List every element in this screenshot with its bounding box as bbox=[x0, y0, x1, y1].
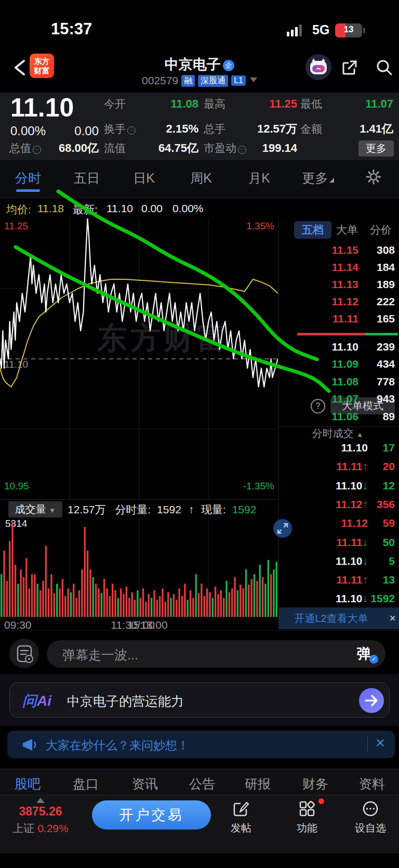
minute-volume: 1592 bbox=[157, 503, 181, 515]
current-volume: 1592 bbox=[232, 503, 257, 515]
info-icon[interactable]: ⋯ bbox=[33, 146, 41, 154]
section-tab-财务[interactable]: 财务 bbox=[289, 775, 341, 793]
arrow-right-icon bbox=[359, 688, 384, 713]
assistant-avatar[interactable] bbox=[305, 54, 331, 80]
sell-level-row: 卖311.13189 bbox=[279, 276, 399, 293]
trade-volume: 356 bbox=[377, 496, 395, 513]
ask-ai-submit-button[interactable] bbox=[359, 688, 384, 713]
current-volume-label: 现量: bbox=[201, 503, 226, 515]
tab-月K[interactable]: 月K bbox=[231, 170, 288, 187]
ask-ai-search-box[interactable]: 问Ai 中京电子的营运能力 bbox=[9, 682, 390, 718]
tab-日K[interactable]: 日K bbox=[115, 170, 172, 187]
more-stats-button[interactable]: 更多 bbox=[358, 140, 394, 157]
promo-text: 大家在炒什么？来问妙想！ bbox=[46, 737, 189, 754]
danmu-toggle-button[interactable]: 弹 bbox=[357, 644, 371, 663]
level-volume: 184 bbox=[377, 259, 395, 276]
features-button[interactable]: 功能 bbox=[286, 798, 328, 835]
stat-label: 最高 bbox=[204, 97, 225, 111]
danmu-input[interactable]: 弹幕走一波... 弹 ✓ bbox=[47, 640, 385, 668]
section-tab-股吧[interactable]: 股吧 bbox=[2, 775, 54, 793]
divider bbox=[367, 736, 368, 752]
trade-price: 11.11↓ bbox=[336, 534, 368, 551]
sell-level-row: 卖111.11165 bbox=[279, 310, 399, 327]
quote-stat: 总值⋯68.00亿 bbox=[9, 141, 99, 156]
back-icon[interactable] bbox=[8, 55, 31, 81]
section-tab-盘口[interactable]: 盘口 bbox=[60, 775, 112, 793]
stock-tag: 深股通 bbox=[198, 75, 228, 87]
section-tab-公告[interactable]: 公告 bbox=[176, 775, 228, 793]
trade-row: 14:5711.11↑13 bbox=[279, 571, 399, 589]
trades-panel-title[interactable]: 分时成交 ▲ bbox=[291, 426, 384, 441]
trade-direction-icon: ↓ bbox=[363, 592, 368, 604]
quote-stat: 金额1.41亿 bbox=[300, 122, 393, 136]
post-button[interactable]: 发帖 bbox=[220, 798, 262, 835]
stock-detail-screen: 15:37 5G 13 东方 财富 中京电子企 002579融深股通L1 bbox=[0, 0, 399, 868]
stock-tag: L1 bbox=[231, 75, 246, 86]
level-price: 11.12 bbox=[332, 293, 358, 310]
level-volume: 89 bbox=[383, 408, 395, 425]
section-tab-研报[interactable]: 研报 bbox=[232, 775, 284, 793]
trade-volume: 59 bbox=[383, 514, 395, 532]
stat-value: 1.41亿 bbox=[360, 121, 393, 137]
close-icon[interactable]: ✕ bbox=[375, 736, 385, 750]
tab-周K[interactable]: 周K bbox=[172, 170, 230, 187]
index-name-row[interactable]: 上证 0.29% bbox=[0, 821, 81, 836]
trade-price: 11.10↓ bbox=[336, 552, 368, 570]
expand-icon bbox=[273, 519, 292, 538]
promo-banner[interactable]: 大家在炒什么？来问妙想！ ✕ bbox=[7, 731, 395, 758]
trade-volume: 1592 bbox=[370, 590, 395, 607]
battery-icon: 13 bbox=[335, 23, 362, 37]
buy-level-row: 买311.08778 bbox=[279, 373, 399, 390]
chevron-down-icon bbox=[250, 77, 257, 82]
info-icon[interactable]: ⋯ bbox=[127, 126, 136, 135]
danmu-settings-button[interactable] bbox=[9, 639, 39, 668]
active-tab-underline bbox=[16, 189, 40, 192]
tab-大单[interactable]: 大单 bbox=[335, 221, 360, 239]
depth-ratio-bar bbox=[297, 333, 398, 335]
intraday-price-chart[interactable] bbox=[0, 218, 278, 499]
trade-price: 11.10↓ bbox=[336, 477, 368, 495]
more-caret-icon bbox=[329, 178, 334, 183]
search-icon[interactable] bbox=[375, 58, 394, 77]
section-tab-资讯[interactable]: 资讯 bbox=[119, 775, 171, 793]
ask-ai-logo: 问Ai bbox=[22, 691, 51, 711]
battery-level: 13 bbox=[335, 24, 362, 35]
level-price: 11.08 bbox=[332, 373, 358, 390]
section-tab-资料[interactable]: 资料 bbox=[346, 775, 398, 793]
index-value[interactable]: 3875.26 bbox=[0, 805, 81, 819]
tab-更多[interactable]: 更多 bbox=[289, 170, 347, 187]
chevron-down-icon: ▼ bbox=[49, 507, 56, 514]
level-volume: 308 bbox=[377, 242, 395, 258]
trade-row: 14:5611.1259 bbox=[279, 514, 399, 532]
quote-stat: 总手12.57万 bbox=[204, 122, 297, 136]
trade-volume: 5 bbox=[389, 552, 395, 570]
add-watchlist-button[interactable]: 设自选 bbox=[350, 798, 391, 835]
expand-chart-button[interactable] bbox=[273, 519, 292, 538]
level-price: 11.15 bbox=[332, 242, 358, 258]
open-account-trade-button[interactable]: 开户交易 bbox=[92, 800, 211, 830]
volume-chart[interactable] bbox=[0, 519, 278, 618]
index-expand-icon[interactable] bbox=[36, 798, 45, 803]
page-title: 中京电子企 bbox=[132, 55, 267, 74]
stock-code-row[interactable]: 002579融深股通L1 bbox=[104, 74, 295, 87]
gear-icon[interactable] bbox=[366, 169, 381, 185]
stat-value: 12.57万 bbox=[257, 121, 297, 137]
volume-indicator-select[interactable]: 成交量 ▼ bbox=[8, 501, 62, 517]
stat-label: 换手⋯ bbox=[104, 122, 136, 136]
trade-row: 14:5611.10↓12 bbox=[279, 477, 399, 495]
level-volume: 943 bbox=[377, 391, 395, 407]
close-icon[interactable]: × bbox=[389, 607, 396, 629]
app-logo[interactable]: 东方 财富 bbox=[30, 54, 54, 78]
l2-upsell-banner[interactable]: 开通L2查看大单 × bbox=[279, 607, 399, 629]
avg-price-value: 11.18 bbox=[37, 202, 64, 215]
stat-label: 总手 bbox=[204, 122, 225, 136]
stat-value: 11.08 bbox=[170, 97, 198, 111]
tab-分价[interactable]: 分价 bbox=[368, 221, 394, 239]
trade-volume: 17 bbox=[383, 439, 395, 457]
index-change-pct: 0.29% bbox=[37, 822, 69, 834]
share-icon[interactable] bbox=[340, 58, 359, 77]
tab-五日[interactable]: 五日 bbox=[58, 170, 115, 187]
info-icon[interactable]: ⋯ bbox=[238, 146, 246, 154]
tab-五档[interactable]: 五档 bbox=[294, 221, 331, 239]
tab-分时[interactable]: 分时 bbox=[0, 170, 57, 187]
